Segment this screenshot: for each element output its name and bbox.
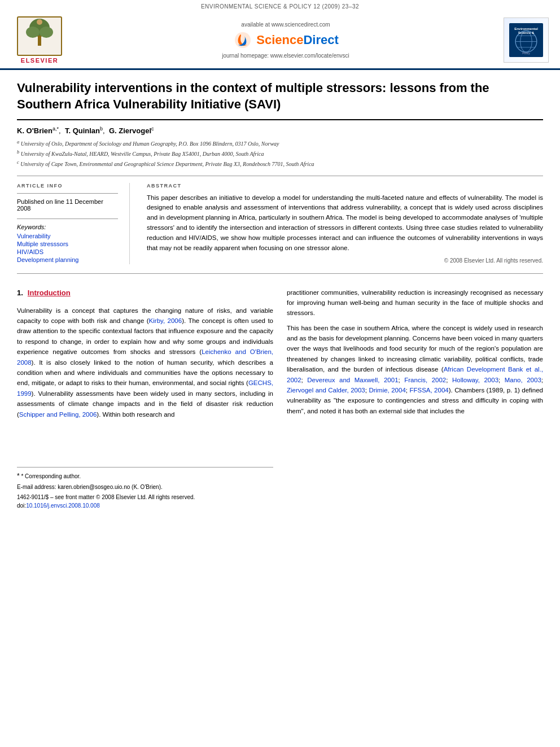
- meta-divider-top: [17, 176, 543, 176]
- svg-text:Science &: Science &: [518, 31, 535, 34]
- svg-rect-4: [38, 36, 41, 46]
- article-title: Vulnerability interventions in the conte…: [17, 70, 543, 119]
- sciencedirect-logo: ScienceDirect: [233, 30, 339, 50]
- keyword-4: Development planning: [17, 256, 118, 263]
- article-info-col: ARTICLE INFO Published on line 11 Decemb…: [17, 183, 130, 264]
- author-1-name: K. O'Brien: [17, 127, 53, 136]
- abstract-text: This paper describes an initiative to de…: [147, 193, 543, 254]
- author-2-sup: b: [100, 126, 103, 132]
- keyword-1: Vulnerability: [17, 233, 118, 239]
- keywords-divider: [17, 219, 118, 219]
- footnote-corresponding: * * Corresponding author.: [17, 471, 273, 481]
- ref-drimie[interactable]: Drimie, 2004: [369, 387, 405, 394]
- article-info-label: ARTICLE INFO: [17, 183, 118, 189]
- body-divider-top: [17, 273, 543, 274]
- doi-link[interactable]: 10.1016/j.envsci.2008.10.008: [26, 503, 100, 509]
- body-left-text: Vulnerability is a concept that captures…: [17, 305, 273, 420]
- ref-devereux[interactable]: Devereux and Maxwell, 2001: [307, 377, 398, 383]
- sciencedirect-icon: [233, 30, 253, 50]
- body-left-col: 1. Introduction Vulnerability is a conce…: [17, 287, 273, 510]
- journal-homepage-text: journal homepage: www.elsevier.com/locat…: [222, 53, 349, 59]
- elsevier-logo: ELSEVIER: [11, 16, 68, 64]
- footnotes: * * Corresponding author. E-mail address…: [17, 467, 273, 510]
- center-banner: available at www.sciencedirect.com Scien…: [68, 21, 504, 59]
- body-right-text-2: This has been the case in southern Afric…: [287, 323, 543, 417]
- ref-holloway[interactable]: Holloway, 2003: [452, 377, 498, 383]
- body-right-col: practitioner communities, vulnerability …: [287, 287, 543, 510]
- abstract-col: ABSTRACT This paper describes an initiat…: [147, 183, 543, 264]
- affiliation-c: c University of Cape Town, Environmental…: [17, 159, 543, 168]
- journal-header-bar: ENVIRONMENTAL SCIENCE & POLICY 12 (2009)…: [0, 0, 560, 12]
- email-link[interactable]: karen.obrien@sosgeo.uio.no: [58, 484, 130, 490]
- footnote-email: E-mail address: karen.obrien@sosgeo.uio.…: [17, 483, 273, 491]
- ref-mano[interactable]: Mano, 2003: [505, 377, 541, 383]
- ref-francis[interactable]: Francis, 2002: [404, 377, 446, 383]
- author-2-name: T. Quinlan: [65, 127, 100, 136]
- ref-kirby[interactable]: Kirby, 2006: [149, 317, 182, 324]
- body-columns: 1. Introduction Vulnerability is a conce…: [17, 287, 543, 510]
- title-divider: [17, 119, 543, 120]
- svg-point-5: [37, 19, 42, 25]
- keyword-2: Multiple stresssors: [17, 241, 118, 247]
- affiliation-a: a University of Oslo, Department of Soci…: [17, 139, 543, 148]
- elsevier-tree-icon: [17, 16, 62, 56]
- footnotes-area: * * Corresponding author. E-mail address…: [17, 424, 273, 510]
- article-info-divider: [17, 193, 118, 194]
- journal-header-text: ENVIRONMENTAL SCIENCE & POLICY 12 (2009)…: [201, 3, 359, 10]
- authors-line: K. O'Briena,*, T. Quinlanb, G. Ziervogel…: [17, 126, 543, 135]
- keywords-label: Keywords:: [17, 224, 118, 230]
- author-3-sup: c: [151, 126, 154, 132]
- section-1-title: Introduction: [28, 287, 71, 299]
- affiliations: a University of Oslo, Department of Soci…: [17, 139, 543, 169]
- ref-leichenko[interactable]: Leichenko and O'Brien, 2008: [17, 348, 273, 365]
- article-meta-row: ARTICLE INFO Published on line 11 Decemb…: [17, 183, 543, 264]
- body-right-text-1: practitioner communities, vulnerability …: [287, 287, 543, 318]
- ref-ffssa[interactable]: FFSSA, 2004: [409, 387, 448, 394]
- section-heading: 1. Introduction: [17, 287, 273, 303]
- banner-row: ELSEVIER available at www.sciencedirect.…: [0, 12, 560, 70]
- section-1-number: 1.: [17, 287, 23, 302]
- affiliation-b: b University of KwaZulu-Natal, HEARD, We…: [17, 149, 543, 158]
- copyright-text: © 2008 Elsevier Ltd. All rights reserved…: [147, 257, 543, 264]
- author-3-name: G. Ziervogel: [109, 127, 151, 136]
- svg-point-3: [40, 27, 53, 38]
- footnote-doi: doi:10.1016/j.envsci.2008.10.008: [17, 501, 273, 510]
- svg-text:Policy: Policy: [522, 51, 530, 55]
- main-content: Vulnerability interventions in the conte…: [0, 70, 560, 510]
- ref-gechs[interactable]: GECHS, 1999: [17, 379, 273, 396]
- env-science-logo: Environmental Science & Policy: [504, 18, 549, 63]
- page-wrapper: ENVIRONMENTAL SCIENCE & POLICY 12 (2009)…: [0, 0, 560, 510]
- author-1-sup: a,*: [53, 126, 59, 132]
- elsevier-brand-text: ELSEVIER: [21, 57, 58, 64]
- published-date: Published on line 11 December 2008: [17, 198, 118, 212]
- footnote-issn: 1462-9011/$ – see front matter © 2008 El…: [17, 493, 273, 501]
- svg-text:Environmental: Environmental: [514, 27, 538, 30]
- ref-ziervogel[interactable]: Ziervogel and Calder, 2003: [287, 387, 365, 394]
- keyword-3: HIV/AIDS: [17, 248, 118, 255]
- sciencedirect-text: ScienceDirect: [256, 33, 339, 47]
- abstract-label: ABSTRACT: [147, 183, 543, 189]
- available-text: available at www.sciencedirect.com: [241, 21, 330, 28]
- svg-point-2: [26, 27, 40, 38]
- env-globe-icon: Environmental Science & Policy: [506, 23, 546, 57]
- ref-schipper[interactable]: Schipper and Pelling, 2006: [19, 411, 97, 418]
